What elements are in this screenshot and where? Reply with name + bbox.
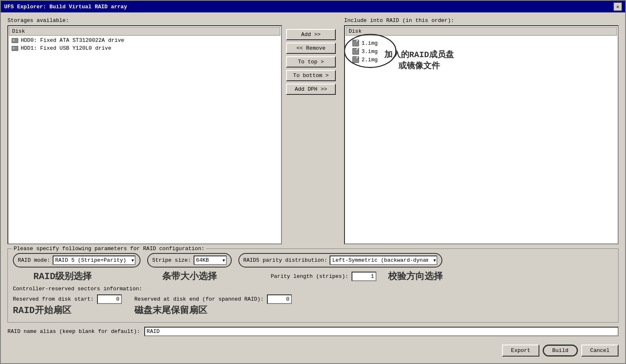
img1-label: 1.img (362, 40, 378, 46)
annotation-row1: RAID级别选择 条带大小选择 Parity length (stripes):… (13, 270, 613, 282)
params-section: Please specify following parameters for … (7, 248, 619, 323)
close-icon: ✕ (616, 4, 619, 10)
image-icon (352, 40, 359, 46)
raid-name-input[interactable] (144, 327, 619, 336)
build-button[interactable]: Build (543, 345, 578, 357)
params-row1: RAID mode: RAID 5 (Stripe+Parity) RAID 0… (13, 253, 613, 268)
raid-annotation: 加入的RAID成员盘 或镜像文件 (384, 36, 454, 71)
raid-mode-label: RAID mode: (18, 257, 50, 263)
raid-mode-group: RAID mode: RAID 5 (Stripe+Parity) RAID 0… (13, 253, 141, 268)
reserved-start-inner: Reserved from disk start: (13, 294, 122, 304)
stripe-size-annotation: 条带大小选择 (140, 270, 239, 282)
to-top-button[interactable]: To top > (286, 56, 336, 67)
list-item[interactable]: HDD0: Fixed ATA ST3120022A drive (9, 36, 280, 44)
title-bar: UFS Explorer: Build Virtual RAID array ✕ (1, 1, 625, 12)
hdd1-label: HDD1: Fixed USB Y120L0 drive (21, 45, 111, 51)
reserved-end-annotation: 磁盘末尾保留扇区 (134, 304, 292, 316)
storages-listbox[interactable]: Disk HDD0: Fixed ATA ST3120022A drive HD… (7, 25, 282, 244)
window-body: Storages available: Disk HDD0: Fixed ATA… (1, 12, 625, 363)
img3-label: 3.img (362, 48, 378, 55)
reserved-start-input[interactable] (97, 294, 122, 304)
include-into-raid-label: Include into RAID (in this order): (344, 17, 619, 24)
reserved-end-group: Reserved at disk end (for spanned RAID):… (134, 294, 292, 316)
annotation-line2: 或镜像文件 (398, 60, 440, 71)
annotation-line1: 加入的RAID成员盘 (384, 49, 454, 60)
raid-mode-annotation: RAID级别选择 (13, 270, 112, 282)
close-button[interactable]: ✕ (614, 2, 622, 11)
left-panel: Storages available: Disk HDD0: Fixed ATA… (7, 17, 282, 244)
reserved-end-inner: Reserved at disk end (for spanned RAID): (134, 294, 292, 304)
parity-dist-group: RAID5 parity distribution: Left-Symmetri… (238, 253, 443, 268)
window-title: UFS Explorer: Build Virtual RAID array (4, 4, 127, 10)
parity-length-label: Parity length (stripes): (271, 273, 348, 280)
raid-name-row: RAID name alias (keep blank for default)… (7, 327, 619, 336)
main-window: UFS Explorer: Build Virtual RAID array ✕… (0, 0, 626, 364)
params-legend: Please specify following parameters for … (12, 246, 206, 252)
reserved-end-label: Reserved at disk end (for spanned RAID): (134, 296, 264, 302)
add-dph-button[interactable]: Add DPH >> (286, 84, 336, 95)
raid-name-label: RAID name alias (keep blank for default)… (7, 328, 140, 335)
parity-length-row: Parity length (stripes): 校验方向选择 (271, 270, 443, 282)
parity-dist-select-wrapper: Left-Symmetric (backward-dynamic) Left-A… (330, 256, 437, 265)
parity-dist-label: RAID5 parity distribution: (243, 257, 328, 263)
list-item[interactable]: 1.img (350, 39, 380, 47)
footer-buttons: Export Build Cancel (7, 343, 619, 358)
raid-mode-select-wrapper: RAID 5 (Stripe+Parity) RAID 0 RAID 1 RAI… (53, 256, 136, 265)
parity-dist-annotation: 校验方向选择 (388, 270, 443, 282)
raid-column-header: Disk (346, 27, 617, 36)
disk-icon (12, 38, 18, 43)
reserved-start-label: Reserved from disk start: (13, 296, 94, 302)
to-bottom-button[interactable]: To bottom > (286, 70, 336, 81)
stripe-size-group: Stripe size: 64KB 4KB 8KB 16KB 32KB 128K… (147, 253, 232, 268)
img2-label: 2.img (362, 57, 378, 63)
remove-button[interactable]: << Remove (286, 43, 336, 54)
cancel-button[interactable]: Cancel (581, 345, 619, 357)
export-button[interactable]: Export (502, 345, 539, 357)
reserved-start-group: Reserved from disk start: RAID开始扇区 (13, 294, 122, 316)
controller-label: Controller-reserved sectors information: (13, 286, 613, 292)
image-icon (352, 56, 359, 63)
raid-mode-select[interactable]: RAID 5 (Stripe+Parity) RAID 0 RAID 1 RAI… (53, 256, 136, 265)
raid-members-listbox[interactable]: Disk 1.img 3.img (344, 25, 619, 244)
list-item[interactable]: HDD1: Fixed USB Y120L0 drive (9, 44, 280, 52)
parity-dist-select[interactable]: Left-Symmetric (backward-dynamic) Left-A… (330, 256, 437, 265)
storages-available-label: Storages available: (7, 17, 282, 24)
list-item[interactable]: 3.img (350, 47, 380, 55)
add-button[interactable]: Add >> (286, 29, 336, 40)
middle-panel: Add >> << Remove To top > To bottom > Ad… (286, 17, 340, 244)
top-section: Storages available: Disk HDD0: Fixed ATA… (7, 17, 619, 244)
reserved-row: Reserved from disk start: RAID开始扇区 Reser… (13, 294, 613, 316)
storages-column-header: Disk (9, 27, 280, 36)
right-panel: Include into RAID (in this order): Disk … (344, 17, 619, 244)
parity-length-input[interactable] (352, 272, 376, 281)
hdd0-label: HDD0: Fixed ATA ST3120022A drive (21, 37, 124, 43)
disk-icon (12, 46, 18, 51)
image-icon (352, 48, 359, 55)
stripe-size-select[interactable]: 64KB 4KB 8KB 16KB 32KB 128KB 256KB (194, 256, 227, 265)
reserved-end-input[interactable] (267, 294, 292, 304)
stripe-size-select-wrapper: 64KB 4KB 8KB 16KB 32KB 128KB 256KB (194, 256, 227, 265)
list-item[interactable]: 2.img (350, 55, 380, 64)
stripe-size-label: Stripe size: (152, 257, 191, 263)
reserved-start-annotation: RAID开始扇区 (13, 304, 122, 316)
